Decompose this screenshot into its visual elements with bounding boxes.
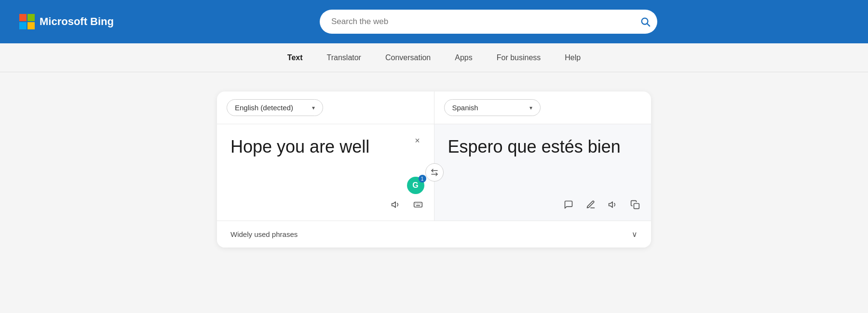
source-lang-chevron-icon: ▾	[312, 104, 315, 111]
microsoft-logo	[19, 14, 35, 29]
svg-rect-10	[634, 204, 639, 209]
output-action-icons	[560, 196, 643, 213]
output-panel: Espero que estés bien	[434, 124, 651, 221]
speaker-icon	[391, 200, 401, 209]
nav-item-apps[interactable]: Apps	[445, 50, 482, 66]
chat-bubble-icon	[564, 200, 573, 209]
input-keyboard-button[interactable]	[410, 196, 426, 213]
search-input[interactable]	[320, 10, 657, 34]
target-lang-label: Spanish	[452, 104, 478, 112]
input-text: Hope you are well	[231, 136, 420, 158]
output-copy-button[interactable]	[627, 196, 643, 213]
search-button[interactable]	[640, 16, 651, 27]
output-speaker-button[interactable]	[605, 196, 621, 213]
svg-marker-9	[609, 202, 613, 208]
panels-row: Hope you are well × G 1	[217, 124, 651, 221]
copy-icon	[630, 200, 640, 209]
nav-item-help[interactable]: Help	[555, 50, 590, 66]
nav-item-translator[interactable]: Translator	[317, 50, 371, 66]
source-lang-label: English (detected)	[235, 104, 293, 112]
output-speaker-icon	[608, 200, 618, 209]
nav-item-for-business[interactable]: For business	[487, 50, 551, 66]
source-lang-dropdown[interactable]: English (detected) ▾	[227, 99, 323, 116]
svg-point-0	[642, 18, 648, 25]
pencil-icon	[586, 200, 596, 209]
clear-button[interactable]: ×	[411, 134, 424, 147]
target-lang-dropdown[interactable]: Spanish ▾	[444, 99, 541, 116]
swap-icon	[430, 168, 439, 177]
nav-item-conversation[interactable]: Conversation	[376, 50, 440, 66]
target-lang-chevron-icon: ▾	[529, 104, 532, 111]
logo-q3	[19, 22, 27, 29]
search-bar-container	[320, 10, 657, 34]
panels-container: Hope you are well × G 1	[217, 124, 651, 221]
input-action-icons	[388, 196, 426, 213]
svg-marker-2	[392, 202, 395, 208]
output-chat-button[interactable]	[560, 196, 577, 213]
input-speaker-button[interactable]	[388, 196, 404, 213]
svg-rect-3	[414, 202, 422, 207]
main-content: English (detected) ▾ Spanish ▾ Hope you …	[0, 72, 868, 267]
svg-line-1	[648, 24, 650, 26]
grammarly-badge: G 1	[407, 177, 424, 194]
logo-q4	[27, 22, 35, 29]
translated-text: Espero que estés bien	[448, 136, 638, 158]
input-panel: Hope you are well × G 1	[217, 124, 434, 221]
logo-area: Microsoft Bing	[19, 14, 114, 29]
grammarly-notification-badge: 1	[419, 175, 426, 183]
output-pencil-button[interactable]	[583, 196, 599, 213]
nav-item-text[interactable]: Text	[278, 50, 312, 66]
nav-bar: Text Translator Conversation Apps For bu…	[0, 43, 868, 72]
target-lang-container: Spanish ▾	[434, 91, 651, 124]
search-icon	[640, 16, 651, 27]
swap-languages-button[interactable]	[425, 163, 444, 182]
logo-q1	[19, 14, 27, 21]
language-selector-row: English (detected) ▾ Spanish ▾	[217, 91, 651, 124]
header: Microsoft Bing	[0, 0, 868, 43]
phrases-chevron-icon: ∨	[632, 230, 637, 239]
source-lang-container: English (detected) ▾	[217, 91, 434, 124]
phrases-row[interactable]: Widely used phrases ∨	[217, 221, 651, 248]
keyboard-icon	[413, 200, 423, 209]
search-bar-wrapper	[320, 10, 657, 34]
logo-q2	[27, 14, 35, 21]
phrases-label: Widely used phrases	[231, 230, 298, 238]
logo-text: Microsoft Bing	[40, 15, 114, 28]
translator-box: English (detected) ▾ Spanish ▾ Hope you …	[217, 91, 651, 248]
